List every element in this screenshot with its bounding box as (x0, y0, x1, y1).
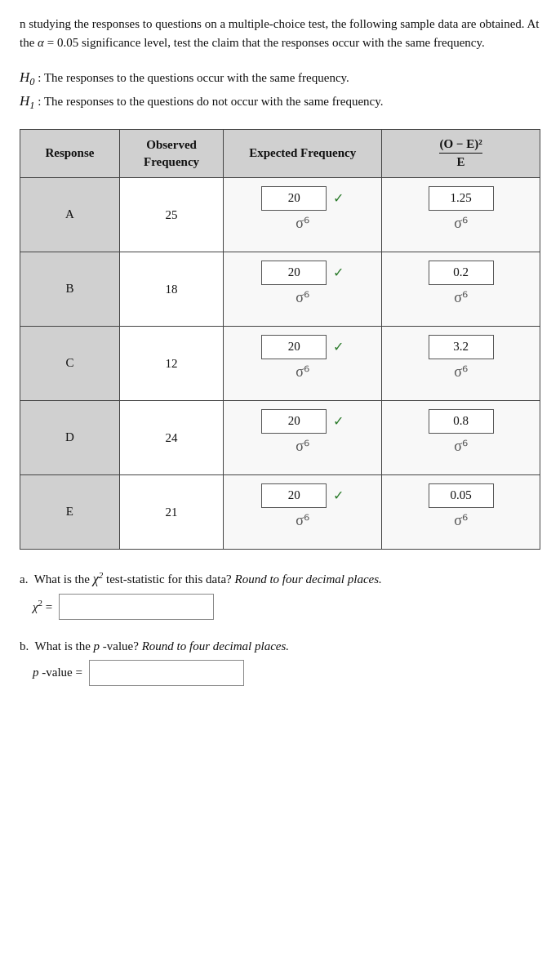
expected-cell-e[interactable]: 20 ✓ σ⁶ (224, 474, 382, 549)
expected-input-b[interactable]: 20 (261, 261, 327, 285)
sigma-icon: σ⁶ (296, 288, 309, 306)
table-row: E 21 20 ✓ σ⁶ 0.05 σ⁶ (20, 474, 540, 549)
sigma-icon: σ⁶ (296, 214, 309, 232)
response-cell-e: E (20, 474, 120, 549)
response-cell-a: A (20, 177, 120, 252)
calc-cell-c[interactable]: 3.2 σ⁶ (382, 326, 540, 400)
table-row: D 24 20 ✓ σ⁶ 0.8 σ⁶ (20, 400, 540, 474)
observed-value: 25 (166, 208, 178, 222)
expected-cell-d[interactable]: 20 ✓ σ⁶ (224, 400, 382, 474)
observed-value: 24 (166, 431, 178, 445)
chi-sq-eq-label: χ2 = (33, 595, 52, 618)
check-icon: ✓ (333, 413, 344, 429)
formula-numerator: (O − E)² (439, 136, 482, 154)
sigma-icon: σ⁶ (296, 363, 309, 381)
part-a-label: a. What is the χ2 test-statistic for thi… (20, 572, 382, 586)
h0-statement: H0 : The responses to the questions occu… (20, 66, 540, 91)
calc-cell-b[interactable]: 0.2 σ⁶ (382, 252, 540, 326)
observed-header: Observed Frequency (119, 129, 223, 177)
observed-cell-d: 24 (119, 400, 223, 474)
sigma-icon: σ⁶ (454, 511, 468, 529)
part-b-label: b. What is the p -value? Round to four d… (20, 639, 289, 653)
response-cell-b: B (20, 252, 120, 326)
calc-cell-a[interactable]: 1.25 σ⁶ (382, 177, 540, 252)
h1-statement: H1 : The responses to the questions do n… (20, 90, 540, 114)
check-icon: ✓ (333, 339, 344, 354)
part-b-section: b. What is the p -value? Round to four d… (20, 636, 540, 687)
sigma-icon: σ⁶ (454, 363, 468, 381)
expected-input-a[interactable]: 20 (261, 186, 327, 211)
expected-cell-c[interactable]: 20 ✓ σ⁶ (224, 326, 382, 400)
calc-result-b: 0.2 (429, 261, 494, 285)
expected-input-c[interactable]: 20 (261, 335, 327, 359)
sigma-icon: σ⁶ (296, 511, 309, 529)
calc-cell-d[interactable]: 0.8 σ⁶ (382, 400, 540, 474)
check-icon: ✓ (333, 190, 344, 206)
check-icon: ✓ (333, 488, 344, 503)
table-row: C 12 20 ✓ σ⁶ 3.2 σ⁶ (20, 326, 540, 400)
observed-value: 21 (166, 506, 178, 519)
observed-value: 18 (166, 283, 178, 296)
response-header: Response (20, 129, 120, 177)
calc-result-d: 0.8 (429, 409, 494, 434)
calc-result-e: 0.05 (429, 483, 494, 508)
expected-input-e[interactable]: 20 (261, 483, 327, 508)
observed-cell-c: 12 (119, 326, 223, 400)
sigma-icon: σ⁶ (296, 437, 309, 455)
formula-denominator: E (457, 154, 465, 171)
sigma-icon: σ⁶ (454, 214, 468, 232)
sigma-icon: σ⁶ (454, 288, 468, 306)
calc-result-a: 1.25 (429, 186, 494, 211)
sigma-icon: σ⁶ (454, 437, 468, 455)
response-cell-d: D (20, 400, 120, 474)
p-value-answer-input[interactable] (89, 660, 244, 686)
hypotheses-section: H0 : The responses to the questions occu… (20, 66, 540, 114)
data-table: Response Observed Frequency Expected Fre… (20, 129, 540, 550)
calc-result-c: 3.2 (429, 335, 494, 359)
intro-text: n studying the responses to questions on… (20, 15, 540, 53)
response-cell-c: C (20, 326, 120, 400)
expected-input-d[interactable]: 20 (261, 409, 327, 434)
observed-cell-b: 18 (119, 252, 223, 326)
check-icon: ✓ (333, 265, 344, 280)
observed-cell-a: 25 (119, 177, 223, 252)
p-value-eq-label: p -value = (33, 662, 82, 684)
table-row: A 25 20 ✓ σ⁶ 1.25 σ⁶ (20, 177, 540, 252)
table-row: B 18 20 ✓ σ⁶ 0.2 σ⁶ (20, 252, 540, 326)
expected-header: Expected Frequency (224, 129, 382, 177)
formula-header: (O − E)² E (382, 129, 540, 177)
expected-cell-a[interactable]: 20 ✓ σ⁶ (224, 177, 382, 252)
calc-cell-e[interactable]: 0.05 σ⁶ (382, 474, 540, 549)
chi-sq-answer-input[interactable] (59, 594, 214, 620)
part-a-section: a. What is the χ2 test-statistic for thi… (20, 568, 540, 620)
expected-cell-b[interactable]: 20 ✓ σ⁶ (224, 252, 382, 326)
observed-cell-e: 21 (119, 474, 223, 549)
observed-value: 12 (166, 357, 178, 371)
